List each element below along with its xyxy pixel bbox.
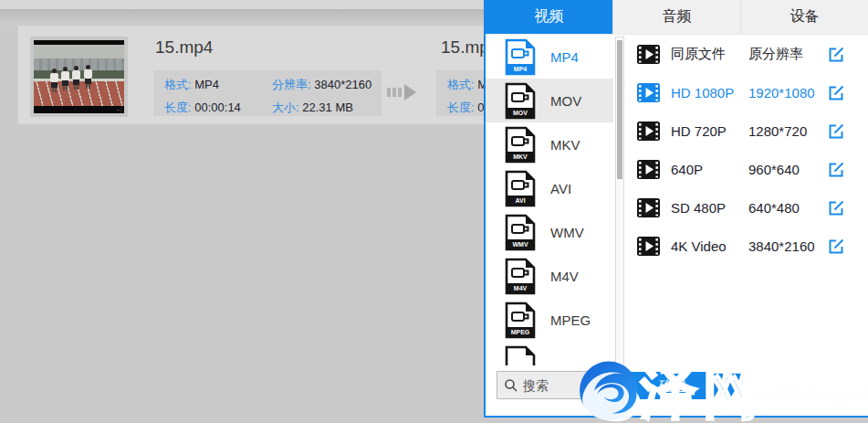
edit-settings-icon[interactable] xyxy=(827,45,846,64)
thumbnail-watermark: ⁘⁛ xyxy=(116,108,122,112)
format-picker-tabs: 视频 音频 设备 xyxy=(486,0,868,35)
avi-file-icon: AVI xyxy=(505,170,536,207)
filmstrip-icon xyxy=(637,83,660,102)
source-file-meta: 格式: MP4 分辨率: 3840*2160 长度: 00:00:14 大小: … xyxy=(153,70,382,116)
search-icon xyxy=(504,378,518,393)
format-item-m4v[interactable]: M4V M4V xyxy=(486,254,613,298)
svg-text:MPEG: MPEG xyxy=(511,329,530,335)
svg-text:WMV: WMV xyxy=(512,241,528,248)
svg-text:MP4: MP4 xyxy=(514,66,528,72)
edit-settings-icon[interactable] xyxy=(827,122,846,141)
filmstrip-icon xyxy=(637,45,660,64)
quality-item-480p[interactable]: SD 480P 640*480 xyxy=(625,188,868,227)
quality-list: 同原文件 原分辨率 HD 1080P 1920*1080 xyxy=(625,35,868,265)
format-item-mkv[interactable]: MKV MKV xyxy=(486,122,613,166)
svg-text:M4V: M4V xyxy=(514,285,528,291)
m4v-file-icon: M4V xyxy=(505,258,536,295)
scrollbar-thumb[interactable] xyxy=(617,40,622,179)
svg-text:MKV: MKV xyxy=(513,153,528,160)
search-input[interactable] xyxy=(523,378,601,393)
mpeg-file-icon: MPEG xyxy=(505,301,536,339)
edit-settings-icon[interactable] xyxy=(827,237,846,256)
tab-audio[interactable]: 音频 xyxy=(612,0,740,34)
format-picker-panel: 视频 音频 设备 MP4 MP4 xyxy=(484,0,868,418)
partial-file-icon xyxy=(505,345,536,366)
format-item-mp4[interactable]: MP4 MP4 xyxy=(486,35,613,79)
format-item-mpeg[interactable]: MPEG MPEG xyxy=(486,298,613,342)
format-item-wmv[interactable]: WMV WMV xyxy=(486,210,613,254)
format-search xyxy=(497,371,610,399)
edit-settings-icon[interactable] xyxy=(827,160,846,179)
edit-settings-icon[interactable] xyxy=(827,83,846,102)
svg-text:AVI: AVI xyxy=(515,197,525,204)
quality-item-720p[interactable]: HD 720P 1280*720 xyxy=(625,111,868,150)
source-resolution: 分辨率: 3840*2160 xyxy=(272,77,371,93)
confirm-button[interactable]: 确定 xyxy=(602,372,743,399)
format-item-mov[interactable]: MOV MOV xyxy=(486,79,613,122)
tab-device[interactable]: 设备 xyxy=(740,0,868,34)
tab-video[interactable]: 视频 xyxy=(486,0,612,34)
source-duration: 长度: 00:00:14 xyxy=(164,100,272,116)
format-list: MP4 MP4 MOV MOV xyxy=(486,35,613,365)
svg-text:MOV: MOV xyxy=(513,110,528,116)
wmv-file-icon: WMV xyxy=(505,214,536,251)
mkv-file-icon: MKV xyxy=(505,126,536,164)
convert-arrow-icon xyxy=(387,82,427,102)
quality-item-original[interactable]: 同原文件 原分辨率 xyxy=(625,35,868,73)
filmstrip-icon xyxy=(637,237,660,256)
quality-item-1080p[interactable]: HD 1080P 1920*1080 xyxy=(625,73,868,111)
mov-file-icon: MOV xyxy=(505,82,536,120)
mp4-file-icon: MP4 xyxy=(505,38,536,76)
source-file-title: 15.mp4 xyxy=(155,37,213,58)
filmstrip-icon xyxy=(637,160,660,179)
video-thumbnail: ⁘⁛ xyxy=(30,37,128,117)
quality-item-4k[interactable]: 4K Video 3840*2160 xyxy=(625,227,868,265)
edit-settings-icon[interactable] xyxy=(827,198,846,217)
filmstrip-icon xyxy=(637,122,660,141)
source-size: 大小: 22.31 MB xyxy=(272,100,371,116)
quality-item-640p[interactable]: 640P 960*640 xyxy=(625,150,868,188)
format-item-avi[interactable]: AVI AVI xyxy=(486,166,613,210)
format-item-partial[interactable] xyxy=(486,342,613,365)
format-list-scrollbar[interactable] xyxy=(615,37,624,408)
filmstrip-icon xyxy=(637,198,660,217)
app-window: ⁘⁛ 15.mp4 格式: MP4 分辨率: 3840*2160 长度: 00:… xyxy=(0,0,868,423)
source-format: 格式: MP4 xyxy=(164,77,272,93)
